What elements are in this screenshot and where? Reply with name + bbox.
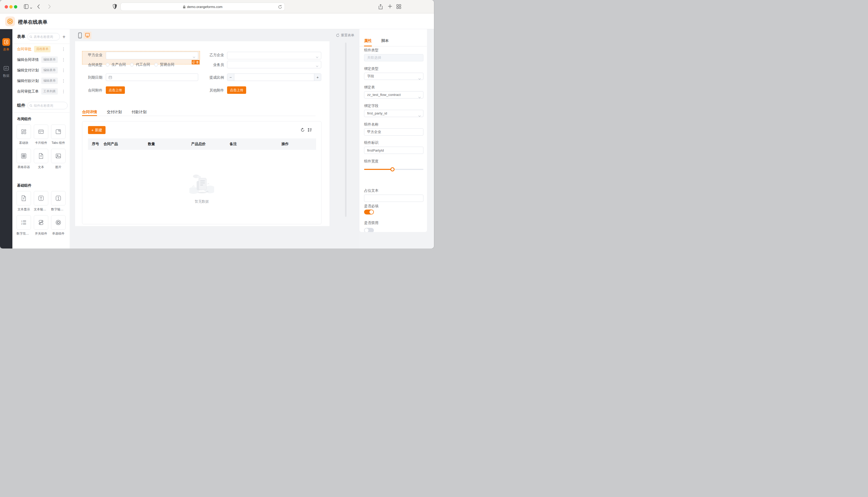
component-search-input[interactable] (34, 104, 65, 108)
number-value[interactable] (234, 74, 314, 81)
table-refresh-icon[interactable] (301, 128, 305, 133)
bind-field-select[interactable]: first_party_id (364, 110, 424, 117)
new-row-button[interactable]: + 新建 (88, 126, 106, 134)
radio-option[interactable]: 贸易合同 (154, 62, 175, 67)
form-badge: 流程表单 (34, 46, 51, 52)
empty-state: 暂无数据 (82, 173, 321, 204)
contract-upload-button[interactable]: 点击上传 (106, 86, 125, 94)
form-menu-icon[interactable]: ⋮ (60, 47, 67, 52)
form-list-item[interactable]: 编辑付款计划 编辑表单 ⋮ (12, 75, 70, 86)
number-input-icon (55, 195, 62, 202)
reload-icon[interactable] (278, 5, 282, 10)
tab-payment-plan[interactable]: 付款计划 (132, 110, 147, 114)
bind-type-select[interactable]: 字段 (364, 73, 424, 80)
canvas-scrollbar[interactable] (345, 43, 346, 217)
form-search-box[interactable] (27, 33, 60, 41)
contract-type-radio-group: 生产合同 代工合同 贸易合同 (106, 61, 175, 68)
component-number-input[interactable]: 数字输入框 (51, 191, 66, 212)
tab-contract-detail[interactable]: 合同详情 (82, 110, 97, 114)
component-width-slider[interactable] (364, 169, 424, 170)
tab-properties[interactable]: 属性 (364, 39, 372, 43)
component-text-display[interactable]: 文本显示 (16, 191, 31, 212)
url-bar[interactable]: demo.orangeforms.com (121, 3, 285, 11)
form-menu-icon[interactable]: ⋮ (60, 68, 67, 73)
placeholder-text-input[interactable] (364, 195, 424, 202)
close-window-button[interactable] (5, 5, 8, 9)
components-panel-header: 组件 (12, 97, 70, 112)
component-name-input[interactable] (364, 128, 424, 136)
component-table-container[interactable]: 表格容器 (16, 149, 31, 169)
reset-form-button[interactable]: 重置表单 (336, 29, 354, 41)
component-search-box[interactable] (27, 102, 68, 109)
calendar-icon (109, 75, 112, 79)
orange-logo-icon (7, 18, 13, 25)
disabled-toggle[interactable] (364, 228, 374, 232)
desktop-preview-icon[interactable] (84, 32, 91, 39)
due-date-input[interactable] (106, 73, 198, 81)
commission-number-input[interactable]: − + (227, 73, 321, 81)
salesman-select[interactable] (227, 61, 321, 68)
form-list-item[interactable]: 合同审批 流程表单 ⋮ (12, 44, 70, 54)
image-component-icon (55, 153, 62, 159)
bind-table-select[interactable]: zz_test_flow_contract (364, 91, 424, 98)
form-menu-icon[interactable]: ⋮ (60, 89, 67, 94)
component-number-range[interactable]: 12 数字范围... (16, 215, 31, 236)
component-text-input[interactable]: 文本输入框 (34, 191, 48, 212)
component-image[interactable]: 图片 (51, 149, 66, 169)
component-basic-block[interactable]: 基础块 (16, 125, 31, 145)
forward-button[interactable] (48, 4, 51, 10)
first-party-select[interactable] (106, 52, 198, 59)
column-header: 序号 (92, 142, 104, 146)
copy-icon[interactable] (192, 61, 195, 64)
tab-overview-icon[interactable] (396, 4, 401, 10)
form-menu-icon[interactable]: ⋮ (60, 57, 67, 62)
component-radio[interactable]: 单选组件 (51, 215, 66, 236)
mobile-preview-icon[interactable] (78, 32, 82, 40)
slider-thumb[interactable] (390, 167, 395, 171)
prop-label: 绑定字段 (364, 104, 378, 108)
form-name: 编辑合同详情 (17, 57, 39, 62)
required-toggle[interactable] (364, 210, 374, 214)
form-list-item[interactable]: 编辑合同详情 编辑表单 ⋮ (12, 54, 70, 65)
form-list-item[interactable]: 合同审批工单 工单列表 ⋮ (12, 86, 70, 97)
properties-panel: 属性 脚本 组件类型 关联选择 绑定类型 字段 绑定表 zz_test_flow… (359, 29, 427, 232)
column-header: 数量 (148, 142, 191, 146)
component-card[interactable]: 卡片组件 (34, 125, 48, 145)
new-tab-icon[interactable] (388, 4, 392, 10)
second-party-select[interactable] (227, 52, 321, 59)
other-upload-button[interactable]: 点击上传 (227, 86, 246, 94)
tab-script[interactable]: 脚本 (381, 39, 389, 43)
component-id-input[interactable] (364, 147, 424, 154)
radio-option[interactable]: 生产合同 (106, 62, 126, 67)
column-header: 备注 (230, 142, 281, 146)
component-text[interactable]: 文本 (34, 149, 48, 169)
active-tab-underline (82, 115, 97, 116)
radio-option[interactable]: 代工合同 (130, 62, 150, 67)
increment-button[interactable]: + (314, 74, 321, 81)
share-icon[interactable] (378, 4, 383, 11)
component-tabs[interactable]: Tabs 组件 (51, 125, 66, 145)
column-header: 产品总价 (191, 142, 230, 146)
form-search-input[interactable] (33, 35, 57, 39)
table-sort-icon[interactable] (307, 128, 312, 133)
add-form-button[interactable]: + (62, 34, 68, 40)
prop-label: 是否禁用 (364, 221, 378, 225)
back-button[interactable] (37, 4, 40, 10)
shield-icon[interactable] (113, 4, 117, 10)
zoom-window-button[interactable] (14, 5, 17, 9)
sidebar-icon[interactable] (24, 4, 29, 10)
decrement-button[interactable]: − (227, 74, 234, 81)
rail-item-forms[interactable]: 表单 (0, 38, 12, 52)
canvas-region: 重置表单 甲方企业 乙方企业 合同类型 生产合同 代工合同 贸易合同 (70, 29, 359, 248)
delete-icon[interactable] (196, 61, 199, 64)
rail-item-data[interactable]: 数据 (0, 65, 12, 78)
minimize-window-button[interactable] (9, 5, 13, 9)
form-list-item[interactable]: 编辑交付计划 编辑表单 ⋮ (12, 65, 70, 75)
form-menu-icon[interactable]: ⋮ (60, 79, 67, 83)
radio-icon (106, 63, 109, 67)
app-logo (5, 16, 15, 26)
url-text: demo.orangeforms.com (187, 5, 222, 9)
component-switch[interactable]: 开关组件 (34, 215, 48, 236)
tab-delivery-plan[interactable]: 交付计划 (107, 110, 122, 114)
chevron-down-icon[interactable] (30, 5, 32, 10)
